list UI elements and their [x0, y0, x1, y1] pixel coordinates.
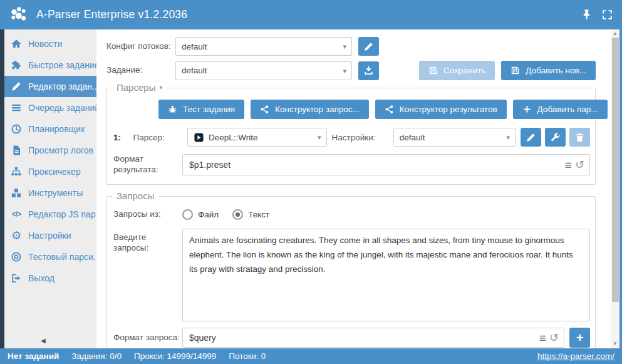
pin-icon[interactable] — [581, 9, 593, 21]
a-parser-link[interactable]: https://a-parser.com/ — [537, 351, 614, 361]
parsers-legend[interactable]: Парсеры ▾ — [112, 82, 167, 93]
test-task-button[interactable]: Тест задания — [158, 100, 244, 119]
scrollbar-track[interactable] — [611, 37, 619, 341]
bug-icon — [168, 105, 177, 114]
wrench-icon — [550, 132, 561, 143]
chevron-down-icon: ▾ — [318, 133, 321, 142]
sidebar-item-test-parsing[interactable]: Тестовый парси... — [4, 246, 96, 268]
deepl-logo-icon — [194, 132, 204, 143]
sidebar-item-label: Выход — [28, 273, 54, 283]
sidebar-item-label: Проксичекер — [28, 167, 81, 177]
settings-select[interactable]: default ▾ — [393, 128, 516, 147]
app-title: A-Parser Enterprise v1.2.2036 — [36, 8, 187, 21]
radio-text-icon[interactable] — [232, 209, 243, 220]
sidebar-item-log-viewer[interactable]: Просмотр логов — [4, 140, 96, 161]
sidebar-item-proxy-checker[interactable]: Проксичекер — [4, 161, 96, 182]
undo-icon[interactable]: ↺ — [575, 159, 584, 170]
list-icon — [10, 101, 23, 114]
enter-queries-row: Введите запросы: Animals are foscinating… — [113, 229, 590, 321]
parser-options-button[interactable] — [545, 128, 566, 147]
fullscreen-icon[interactable] — [601, 9, 613, 21]
radio-text-label: Текст — [248, 210, 269, 219]
scroll-down-icon[interactable]: ▼ — [613, 341, 618, 347]
sidebar-item-label: Инструменты — [28, 188, 83, 198]
save-button[interactable]: Сохранить — [419, 61, 495, 80]
query-format-value: $query — [189, 333, 539, 343]
trash-icon — [574, 132, 585, 143]
status-text: Нет заданий — [8, 351, 59, 361]
title-bar: A-Parser Enterprise v1.2.2036 — [0, 0, 622, 29]
scrollbar-thumb[interactable] — [612, 38, 619, 302]
settings-value: default — [400, 133, 425, 142]
clock-icon — [10, 123, 23, 135]
add-new-button-label: Добавить нов... — [526, 66, 586, 75]
proxies-counter: Прокси: 14999/14999 — [134, 351, 216, 361]
thread-config-select[interactable]: default ▾ — [175, 37, 352, 56]
query-format-label: Формат запроса: — [113, 333, 182, 343]
sidebar-item-exit[interactable]: Выход — [4, 268, 96, 289]
sidebar-item-label: Новости — [28, 39, 62, 49]
main-scrollbar[interactable]: ▲ ▼ — [611, 29, 619, 348]
sidebar-item-scheduler[interactable]: Планировщик — [4, 118, 96, 140]
query-builder-button[interactable]: Конструктор запрос... — [251, 100, 369, 119]
result-builder-button[interactable]: Конструктор результатов — [375, 100, 507, 119]
radio-option-file[interactable]: Файл — [182, 209, 219, 220]
task-row: Задание: default ▾ Сохранить Добавить но… — [106, 61, 596, 80]
result-format-input[interactable]: $p1.preset ≡ ↺ — [182, 154, 590, 175]
sidebar-item-quick-task[interactable]: Быстрое задание — [4, 55, 96, 76]
add-parser-button[interactable]: Добавить пар... — [513, 100, 608, 119]
queries-textarea[interactable]: Animals are foscinating creatures. They … — [182, 229, 590, 321]
pencil-icon — [526, 132, 536, 143]
parser-value: DeepL::Write — [209, 133, 258, 142]
sidebar-item-settings[interactable]: ⚙ Настройки — [4, 225, 96, 246]
sidebar-item-task-queue[interactable]: Очередь заданий — [4, 97, 96, 118]
task-value: default — [182, 66, 207, 75]
thread-config-value: default — [182, 42, 207, 51]
gears-icon: ⚙ — [10, 229, 23, 242]
threads-counter: Потоки: 0 — [229, 351, 266, 361]
sidebar-item-task-editor[interactable]: Редактор задан... — [4, 76, 96, 97]
parser-select[interactable]: DeepL::Write ▾ — [187, 128, 327, 147]
delete-parser-button[interactable] — [569, 128, 590, 147]
download-task-button[interactable] — [358, 61, 379, 80]
save-icon — [428, 66, 438, 75]
chevron-down-icon: ▾ — [159, 84, 162, 91]
parsers-legend-label: Парсеры — [117, 82, 155, 93]
query-format-input[interactable]: $query ≡ ↺ — [182, 328, 564, 348]
sidebar-item-label: Тестовый парси... — [28, 252, 96, 262]
share-icon — [385, 105, 394, 114]
template-list-icon[interactable]: ≡ — [565, 159, 572, 171]
tasks-counter: Задания: 0/0 — [71, 351, 122, 361]
undo-icon[interactable]: ↺ — [549, 332, 559, 343]
puzzle-icon — [10, 59, 23, 71]
sidebar-item-js-editor[interactable]: </> Редактор JS пар... — [4, 204, 96, 225]
radio-option-text[interactable]: Текст — [232, 209, 269, 220]
add-new-button[interactable]: Добавить нов... — [501, 61, 596, 80]
edit-parser-button[interactable] — [521, 128, 541, 147]
queries-source-row: Запросы из: Файл Текст — [113, 209, 590, 220]
code-icon: </> — [10, 208, 23, 221]
template-list-icon[interactable]: ≡ — [539, 332, 546, 344]
queries-legend: Запросы — [112, 190, 159, 201]
scroll-up-icon[interactable]: ▲ — [613, 31, 618, 37]
queries-source-label: Запросы из: — [113, 209, 182, 220]
sidebar-item-news[interactable]: Новости — [4, 33, 96, 55]
parser-row: 1: Парсер: DeepL::Write ▾ Настройки: def… — [113, 128, 590, 147]
queries-legend-label: Запросы — [117, 190, 155, 201]
sidebar: Новости Быстрое задание Редактор задан..… — [4, 29, 96, 348]
main-panel: Конфиг потоков: default ▾ Задание: defau… — [96, 29, 611, 348]
save-icon — [511, 66, 520, 75]
window-right-border — [619, 29, 622, 348]
task-select[interactable]: default ▾ — [175, 61, 352, 80]
radio-file-icon[interactable] — [182, 209, 193, 220]
sidebar-collapse-button[interactable]: ◀ — [4, 332, 96, 348]
document-icon — [10, 144, 23, 157]
sidebar-item-tools[interactable]: Инструменты — [4, 182, 96, 204]
add-query-format-button[interactable]: + — [569, 328, 590, 348]
status-bar: Нет заданий Задания: 0/0 Прокси: 14999/1… — [0, 348, 622, 364]
chevron-down-icon: ▾ — [343, 43, 346, 51]
edit-thread-config-button[interactable] — [358, 37, 379, 56]
queries-fieldset: Запросы Запросы из: Файл Текст — [106, 196, 596, 348]
sitemap-icon — [10, 165, 23, 178]
sidebar-dark-strip — [0, 29, 4, 348]
